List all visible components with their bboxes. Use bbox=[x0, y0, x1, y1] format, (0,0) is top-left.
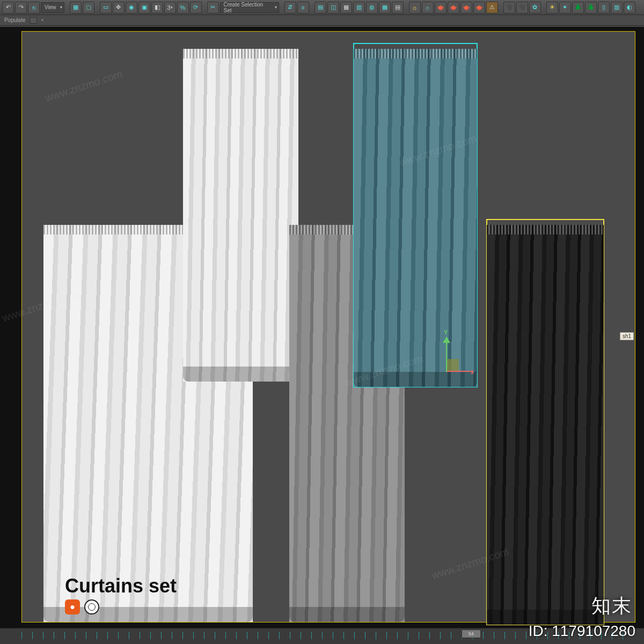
snap-spinner-icon[interactable]: ⟳ bbox=[190, 2, 202, 13]
rotate-icon[interactable]: ◉ bbox=[126, 2, 137, 13]
dropdown-caret-icon[interactable]: ▾ bbox=[41, 18, 43, 23]
align-icon[interactable]: ≡ bbox=[297, 2, 309, 13]
viewport-container: Y x sh1 Curtains set ● www.znzmo.com www… bbox=[0, 27, 644, 628]
placement-icon[interactable]: ◧ bbox=[151, 2, 163, 13]
curtain-black-selected[interactable] bbox=[487, 219, 604, 625]
mirror-icon[interactable]: ⇵ bbox=[284, 2, 296, 13]
schematic-icon[interactable]: ▦ bbox=[340, 2, 352, 13]
render-frame-icon[interactable]: ☼ bbox=[409, 2, 421, 13]
id-overlay: ID: 1179107280 bbox=[529, 623, 635, 640]
teapot2-icon[interactable]: 🫖 bbox=[448, 2, 459, 13]
camera2-icon[interactable]: 🎥 bbox=[516, 2, 528, 13]
corona-badge-icon: ● bbox=[65, 599, 80, 614]
cut-icon[interactable]: ✂ bbox=[207, 2, 219, 13]
render-prod-icon[interactable]: ☼ bbox=[422, 2, 434, 13]
select-all-icon[interactable]: ▦ bbox=[70, 2, 82, 13]
populate-label: Populate bbox=[4, 17, 25, 23]
tree2-icon[interactable]: 🌲 bbox=[585, 2, 597, 13]
light-icon[interactable]: ☀ bbox=[546, 2, 558, 13]
slate-icon[interactable]: ▦ bbox=[379, 2, 391, 13]
catalog-icon[interactable]: ▥ bbox=[611, 2, 623, 13]
watermark: www.znzmo.com bbox=[43, 68, 124, 104]
view-dropdown[interactable]: View bbox=[41, 2, 64, 13]
brand-overlay: 知末 bbox=[591, 593, 632, 619]
select-none-icon[interactable]: ▢ bbox=[83, 2, 94, 13]
scale-icon[interactable]: ▣ bbox=[138, 2, 150, 13]
transform-gizmo[interactable]: Y x bbox=[429, 339, 466, 376]
layer-explorer-icon[interactable]: ▤ bbox=[314, 2, 326, 13]
material-editor-icon[interactable]: ◍ bbox=[366, 2, 378, 13]
populate-toggle-icon[interactable] bbox=[30, 17, 37, 24]
renderer-badges: ● bbox=[65, 599, 99, 614]
selection-set-dropdown[interactable]: Create Selection Set bbox=[220, 2, 279, 13]
perspective-viewport[interactable]: Y x sh1 Curtains set ● www.znzmo.com www… bbox=[21, 31, 635, 623]
scene-title: Curtains set bbox=[65, 575, 177, 597]
main-toolbar: ↶ ↷ ⎋ View ▦ ▢ ▭ ✥ ◉ ▣ ◧ 3▾ % ⟳ ✂ Create… bbox=[0, 0, 644, 15]
gizmo-x-label: x bbox=[471, 369, 474, 375]
scroll-icon[interactable]: ◐ bbox=[624, 2, 635, 13]
render-iterative-icon[interactable]: 🫖 bbox=[473, 2, 485, 13]
vray-badge-icon bbox=[84, 599, 99, 614]
gizmo-y-label: Y bbox=[444, 329, 448, 335]
camera1-icon[interactable]: 🎥 bbox=[503, 2, 515, 13]
book-icon[interactable]: ▯ bbox=[598, 2, 610, 13]
view-dropdown-label: View bbox=[45, 4, 56, 10]
undo-icon[interactable]: ↶ bbox=[2, 2, 14, 13]
light2-icon[interactable]: ✦ bbox=[559, 2, 571, 13]
link-icon[interactable]: ⎋ bbox=[28, 2, 40, 13]
curve-editor-icon[interactable]: ◫ bbox=[327, 2, 339, 13]
bone-icon[interactable]: ✿ bbox=[529, 2, 541, 13]
render-setup-icon[interactable]: ▤ bbox=[392, 2, 404, 13]
ref-coord-icon[interactable]: 3▾ bbox=[164, 2, 176, 13]
selection-set-label: Create Selection Set bbox=[224, 2, 271, 13]
toggle-ribbon-icon[interactable]: ▥ bbox=[353, 2, 365, 13]
timeline-thumb[interactable]: 54 bbox=[462, 630, 481, 638]
move-icon[interactable]: ✥ bbox=[113, 2, 125, 13]
secondary-toolbar: Populate ▾ bbox=[0, 15, 644, 26]
snap-percent-icon[interactable]: % bbox=[177, 2, 189, 13]
tree1-icon[interactable]: 🌲 bbox=[572, 2, 584, 13]
teapot1-icon[interactable]: 🫖 bbox=[435, 2, 447, 13]
curtain-teal-selected[interactable]: Y x bbox=[354, 43, 477, 387]
object-name-tag: sh1 bbox=[620, 332, 634, 340]
select-object-icon[interactable]: ▭ bbox=[100, 2, 112, 13]
redo-icon[interactable]: ↷ bbox=[15, 2, 27, 13]
curtain-white-narrow[interactable] bbox=[183, 43, 298, 382]
warning-icon[interactable]: ⚠ bbox=[486, 2, 498, 13]
teapot3-icon[interactable]: 🫖 bbox=[460, 2, 472, 13]
